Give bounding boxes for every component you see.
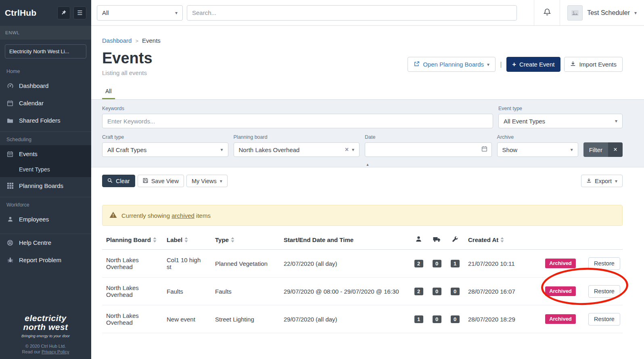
cell-type: Street Lighting xyxy=(211,305,280,333)
restore-button[interactable]: Restore xyxy=(588,257,620,270)
org-label: ENWL xyxy=(0,26,91,40)
my-views-button[interactable]: My Views ▾ xyxy=(186,175,228,187)
scope-select[interactable]: All ▾ xyxy=(97,5,183,21)
breadcrumb-current: Events xyxy=(142,37,161,44)
event-type-group: Event type All Event Types ▾ xyxy=(498,106,623,128)
sidebar-section-home: Home xyxy=(0,63,91,77)
cell-type: Planned Vegetation xyxy=(211,250,280,278)
sidebar-item-dashboard[interactable]: Dashboard xyxy=(0,77,91,94)
cell-planning-board: North Lakes Overhead xyxy=(102,250,163,278)
save-view-button[interactable]: Save View xyxy=(138,175,184,187)
archived-badge: Archived xyxy=(545,259,576,268)
sidebar-item-report-problem[interactable]: Report Problem xyxy=(0,251,91,269)
vehicles-count-badge: 0 xyxy=(433,260,441,267)
sidebar-item-event-types[interactable]: Event Types xyxy=(0,163,91,177)
cell-type: Faults xyxy=(211,278,280,305)
page-subtitle: Listing all events xyxy=(102,69,153,76)
table-header-planning-board[interactable]: Planning Board xyxy=(102,230,163,250)
sidebar-item-planning-boards[interactable]: Planning Boards xyxy=(0,177,91,194)
date-input[interactable] xyxy=(365,142,492,157)
pin-sidebar-button[interactable] xyxy=(57,6,70,19)
grid-icon xyxy=(6,183,14,189)
user-menu[interactable]: Test Scheduler ▾ xyxy=(560,0,644,25)
export-button[interactable]: Export ▾ xyxy=(581,175,623,187)
craft-type-select[interactable]: All Craft Types ▾ xyxy=(102,142,228,157)
table-row: North Lakes Overhead Faults Faults 29/07… xyxy=(102,278,623,305)
table-header-row: Planning Board Label Type Start/End Date… xyxy=(102,230,623,250)
close-filter-button[interactable]: × xyxy=(608,142,623,157)
date-label: Date xyxy=(365,134,492,140)
cell-label: Faults xyxy=(163,278,211,305)
collapse-filters-icon[interactable]: ▲ xyxy=(366,163,370,167)
planning-board-group: Planning board North Lakes Overhead × ▾ xyxy=(234,134,360,157)
sidebar-logo-row: CtrlHub ☰ xyxy=(0,0,91,26)
table-row: North Lakes Overhead Col1 10 high st Pla… xyxy=(102,250,623,278)
sidebar-item-label: Dashboard xyxy=(19,82,48,89)
vehicles-count-badge: 0 xyxy=(433,288,441,295)
breadcrumb-dashboard-link[interactable]: Dashboard xyxy=(102,37,132,44)
hamburger-icon: ☰ xyxy=(77,9,82,17)
chevron-down-icon: ▾ xyxy=(487,62,489,67)
clear-selection-icon[interactable]: × xyxy=(345,146,349,153)
import-events-button[interactable]: Import Events xyxy=(564,57,623,72)
cell-datetime: 29/07/2020 (all day) xyxy=(280,305,410,333)
calendar-icon xyxy=(481,146,487,154)
table-header-type[interactable]: Type xyxy=(211,230,280,250)
cell-label: Col1 10 high st xyxy=(163,250,211,278)
sidebar-item-label: Employees xyxy=(19,216,49,223)
table-row: North Lakes Overhead New event Street Li… xyxy=(102,305,623,333)
create-event-button[interactable]: + Create Event xyxy=(506,57,561,72)
planning-board-select[interactable]: North Lakes Overhead × ▾ xyxy=(234,142,360,157)
sidebar-item-employees[interactable]: Employees xyxy=(0,211,91,228)
company-selector[interactable]: Electricity North West Li... xyxy=(5,44,86,58)
table-header-label[interactable]: Label xyxy=(163,230,211,250)
sidebar-item-calendar[interactable]: Calendar xyxy=(0,94,91,112)
search-input[interactable] xyxy=(187,5,517,21)
breadcrumb-separator: > xyxy=(135,38,138,44)
page-head-titles: Events Listing all events xyxy=(102,46,153,76)
clear-button[interactable]: Clear xyxy=(102,175,135,187)
table-header-datetime[interactable]: Start/End Date and Time xyxy=(280,230,410,250)
table-header-status xyxy=(537,230,584,250)
view-toolbar: Clear Save View My Views ▾ Export ▾ xyxy=(91,167,644,187)
cell-planning-board: North Lakes Overhead xyxy=(102,305,163,333)
notifications-button[interactable] xyxy=(534,0,560,25)
restore-button[interactable]: Restore xyxy=(588,285,620,298)
scope-select-value: All xyxy=(102,9,109,16)
sidebar-item-shared-folders[interactable]: Shared Folders xyxy=(0,112,91,129)
banner-text: Currently showing archived items xyxy=(121,212,211,219)
sidebar-item-label: Events xyxy=(19,150,38,157)
download-icon xyxy=(586,178,592,184)
craft-type-group: Craft type All Craft Types ▾ xyxy=(102,134,228,157)
table-header-created-at[interactable]: Created At xyxy=(464,230,537,250)
sidebar-item-events[interactable]: Events xyxy=(0,145,91,163)
archive-select[interactable]: Show ▾ xyxy=(497,142,578,157)
calendar-event-icon xyxy=(6,151,14,157)
tab-all[interactable]: All xyxy=(102,84,115,99)
avatar xyxy=(567,5,583,21)
table-header-people[interactable] xyxy=(410,230,428,250)
equipment-count-badge: 0 xyxy=(451,315,460,323)
sidebar-item-help-centre[interactable]: Help Centre xyxy=(0,234,91,251)
keywords-input[interactable] xyxy=(102,114,493,128)
archived-badge: Archived xyxy=(545,314,576,324)
table-header-vehicles[interactable] xyxy=(428,230,446,250)
sidebar-nav: Home Dashboard Calendar Shared Folders S… xyxy=(0,63,91,269)
wrench-icon xyxy=(452,236,458,242)
event-type-select[interactable]: All Event Types ▾ xyxy=(498,114,623,128)
filter-panel: Keywords Event type All Event Types ▾ Cr… xyxy=(91,99,644,167)
privacy-policy-link[interactable]: Privacy Policy xyxy=(42,349,69,354)
archived-link[interactable]: archived xyxy=(171,212,194,219)
breadcrumb: Dashboard>Events xyxy=(91,26,644,44)
cell-datetime: 22/07/2020 (all day) xyxy=(280,250,410,278)
people-count-badge: 2 xyxy=(414,288,423,295)
table-header-equipment[interactable] xyxy=(446,230,464,250)
topbar: All ▾ Test Scheduler ▾ xyxy=(91,0,644,26)
people-count-badge: 1 xyxy=(414,315,423,323)
keywords-group: Keywords xyxy=(102,106,493,128)
open-planning-boards-button[interactable]: Open Planning Boards ▾ xyxy=(408,57,496,72)
collapse-menu-button[interactable]: ☰ xyxy=(73,6,86,19)
filter-button[interactable]: Filter xyxy=(583,142,608,157)
event-type-label: Event type xyxy=(498,106,623,111)
restore-button[interactable]: Restore xyxy=(588,313,620,326)
